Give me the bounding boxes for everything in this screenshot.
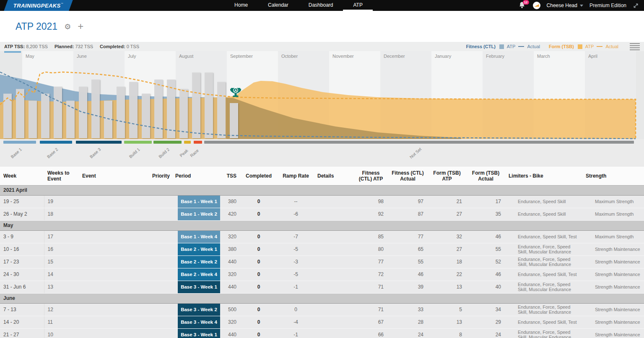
nav-calendar[interactable]: Calendar: [258, 0, 299, 11]
avatar[interactable]: [533, 2, 540, 9]
table-row[interactable]: 7 - 1312Base 3 - Week 2500007133534Endur…: [0, 303, 644, 316]
cell-period: Base 1 - Week 4: [172, 230, 220, 243]
period-badge[interactable]: Base 1 - Week 2: [178, 208, 220, 220]
svg-text:Base 1: Base 1: [10, 147, 23, 159]
cell-tss: 380: [220, 243, 240, 255]
atp-chart[interactable]: MayJuneJulyAugustSeptemberOctoberNovembe…: [0, 51, 644, 161]
fitness-legend-label: Fitness (CTL): [466, 44, 496, 49]
period-badge[interactable]: Base 2 - Week 1: [178, 243, 220, 255]
group-row: June: [0, 293, 644, 303]
cell-period: Base 3 - Week 1: [172, 281, 220, 293]
table-row[interactable]: 24 - 3014Base 2 - Week 43200-572462246En…: [0, 268, 644, 281]
cell-ctl_atp: 71: [354, 281, 388, 293]
period-badge[interactable]: Base 3 - Week 2: [178, 304, 220, 316]
cell-period: Base 2 - Week 4: [172, 268, 220, 281]
add-plan-button[interactable]: +: [78, 23, 83, 30]
table-row[interactable]: 10 - 1616Base 2 - Week 13800-580652755En…: [0, 243, 644, 255]
cell-period: Base 1 - Week 2: [172, 208, 220, 220]
cell-tss: 420: [220, 208, 240, 220]
settings-gear-icon[interactable]: ⚙: [64, 22, 71, 31]
cell-week: 10 - 16: [0, 243, 44, 255]
cell-ramp_rate: -7: [278, 230, 314, 243]
user-menu[interactable]: Cheese Head: [547, 3, 583, 8]
cell-tsb_atp: 18: [428, 255, 466, 268]
period-badge[interactable]: Base 3 - Week 4: [178, 316, 220, 328]
period-badge[interactable]: Base 3 - Week 1: [178, 329, 220, 338]
cell-event: [79, 281, 149, 293]
title-row: ATP 2021 ⚙ +: [0, 11, 644, 42]
group-row: May: [0, 220, 644, 230]
svg-text:February: February: [486, 54, 505, 59]
form-atp-label: ATP: [585, 44, 594, 49]
period-badge[interactable]: Base 2 - Week 4: [178, 268, 220, 281]
period-badge[interactable]: Base 2 - Week 2: [178, 256, 220, 268]
expand-icon[interactable]: [633, 3, 639, 9]
svg-text:September: September: [230, 54, 253, 59]
cell-tss: 320: [220, 268, 240, 281]
cell-ramp_rate: -4: [278, 316, 314, 328]
nav-home[interactable]: Home: [224, 0, 258, 11]
cell-week: 19 - 25: [0, 195, 44, 208]
cell-weeks_to_event: 19: [44, 195, 79, 208]
table-row[interactable]: 21 - 2710Base 3 - Week 14400-16624824End…: [0, 328, 644, 338]
cell-completed: 0: [240, 208, 278, 220]
cell-tsb_atp: 13: [428, 316, 466, 328]
cell-period: Base 3 - Week 2: [172, 303, 220, 316]
fitness-atp-swatch: [499, 44, 504, 49]
cell-ctl_actual: 46: [388, 268, 428, 281]
column-header-completed: Completed: [240, 167, 278, 185]
cell-ramp_rate: 0: [278, 303, 314, 316]
atp-table: WeekWeeks to EventEventPriorityPeriodTSS…: [0, 167, 644, 338]
cell-details: [314, 243, 354, 255]
form-legend-label: Form (TSB): [549, 44, 574, 49]
cell-completed: 0: [240, 316, 278, 328]
cell-priority: [149, 230, 172, 243]
cell-weeks_to_event: 18: [44, 208, 79, 220]
cell-priority: [149, 281, 172, 293]
cell-event: [79, 268, 149, 281]
period-badge[interactable]: Base 3 - Week 1: [178, 281, 220, 293]
cell-completed: 0: [240, 328, 278, 338]
cell-limiters: Endurance, Force, Speed Skill, Muscular …: [505, 281, 582, 293]
cell-tsb_atp: 8: [428, 328, 466, 338]
brand-text: TRAININGPEAKS: [13, 3, 61, 9]
cell-limiters: Endurance, Speed Skill, Test: [505, 268, 582, 281]
svg-text:Base 3: Base 3: [89, 147, 102, 159]
cell-ctl_atp: 71: [354, 303, 388, 316]
cell-completed: 0: [240, 268, 278, 281]
nav-atp[interactable]: ATP: [343, 0, 372, 11]
cell-event: [79, 316, 149, 328]
svg-text:A: A: [234, 88, 237, 93]
nav-dashboard[interactable]: Dashboard: [299, 0, 343, 11]
table-row[interactable]: 26 - May 218Base 1 - Week 24200-69287273…: [0, 208, 644, 220]
column-header-tsb_atp: Form (TSB) ATP: [428, 167, 466, 185]
cell-tsb_actual: 55: [466, 243, 505, 255]
cell-strength: Maximum Strength: [582, 208, 644, 220]
notifications-button[interactable]: 12: [518, 1, 527, 10]
cell-details: [314, 255, 354, 268]
cell-period: Base 3 - Week 4: [172, 316, 220, 328]
cheese-icon: [534, 3, 540, 8]
cell-tsb_actual: 40: [466, 281, 505, 293]
cell-tss: 440: [220, 328, 240, 338]
period-badge[interactable]: Base 1 - Week 4: [178, 231, 220, 243]
cell-week: 24 - 30: [0, 268, 44, 281]
cell-tss: 440: [220, 255, 240, 268]
cell-strength: Strength Maintenance: [582, 281, 644, 293]
chevron-down-icon: [580, 5, 583, 7]
table-row[interactable]: 31 - Jun 613Base 3 - Week 14400-17139134…: [0, 281, 644, 293]
cell-strength: Strength Maintenance: [582, 316, 644, 328]
svg-text:Not Set: Not Set: [409, 147, 422, 160]
chart-section: ATP TSS: 8,200 TSS Planned: 732 TSS Comp…: [0, 42, 644, 167]
cell-tsb_actual: 35: [466, 208, 505, 220]
chart-menu-icon[interactable]: [630, 43, 640, 50]
trainingpeaks-logo[interactable]: TRAININGPEAKS™: [4, 0, 73, 11]
table-row[interactable]: 17 - 2315Base 2 - Week 24400-377551852En…: [0, 255, 644, 268]
table-row[interactable]: 3 - 917Base 1 - Week 43200-785773246Endu…: [0, 230, 644, 243]
cell-limiters: Endurance, Speed Skill, Test: [505, 316, 582, 328]
table-row[interactable]: 19 - 2519Base 1 - Week 13800--98972117En…: [0, 195, 644, 208]
cell-tss: 440: [220, 281, 240, 293]
table-row[interactable]: 14 - 2011Base 3 - Week 43200-467281329En…: [0, 316, 644, 328]
column-header-ctl_actual: Fitness (CTL) Actual: [388, 167, 428, 185]
period-badge[interactable]: Base 1 - Week 1: [178, 196, 220, 208]
